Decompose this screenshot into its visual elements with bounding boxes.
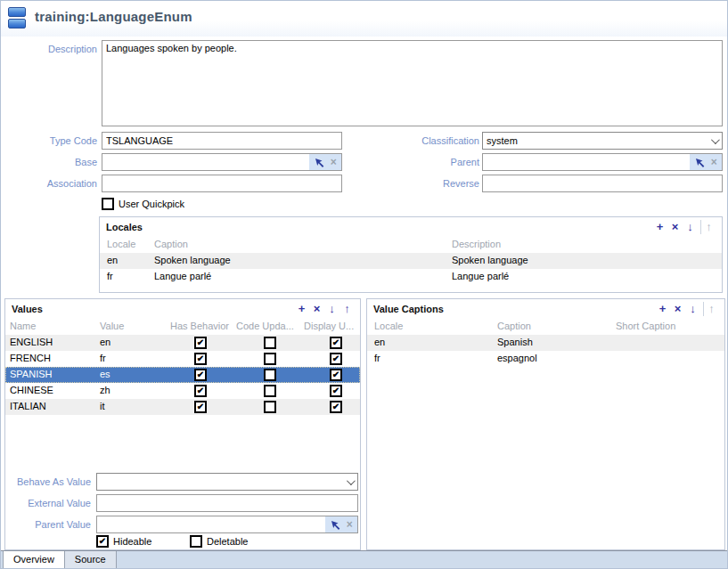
display-update-checkbox[interactable]: ✔ [330,369,342,381]
move-down-icon[interactable]: ↓ [683,220,698,234]
name-cell: SPANISH [10,369,52,379]
name-cell: FRENCH [10,353,51,363]
pick-arrow-icon[interactable] [330,519,341,531]
code-update-checkbox[interactable] [264,337,276,349]
tab-source[interactable]: Source [65,551,117,569]
name-cell: CHINESE [10,385,53,395]
table-row[interactable]: ENGLISHen✔✔ [5,335,360,351]
parent-label: Parent [383,153,479,171]
value-cell: it [100,401,105,411]
external-value-label: External Value [1,494,91,512]
value-captions-toolbar: + × ↓ ↑ [655,302,719,316]
behave-as-value-select[interactable] [96,473,358,491]
display-update-checkbox[interactable]: ✔ [330,353,342,365]
value-captions-title: Value Captions [373,304,444,314]
table-row[interactable]: FRENCHfr✔✔ [5,351,360,367]
move-up-icon[interactable]: ↑ [700,220,716,234]
description-cell: Langue parlé [452,271,509,281]
behave-as-value-label: Behave As Value [1,473,91,491]
parent-value-field[interactable]: × [96,516,358,533]
page-title: training:LanguageEnum [35,9,192,24]
values-header: Name Value Has Behavior Code Upda... Dis… [5,319,360,335]
clear-icon[interactable]: × [711,157,717,167]
description-field[interactable]: Languages spoken by people. [102,40,723,126]
table-row[interactable]: enSpoken languageSpoken language [100,253,722,269]
remove-icon[interactable]: × [309,302,324,316]
column-header: Code Upda... [236,321,294,331]
value-captions-panel: Value Captions + × ↓ ↑ Locale Caption Sh… [366,298,725,550]
move-up-icon[interactable]: ↑ [703,302,719,316]
table-row[interactable]: CHINESEzh✔✔ [5,383,360,399]
column-header: Locale [107,239,135,249]
table-row[interactable]: SPANISHes✔✔ [5,367,360,383]
code-update-checkbox[interactable] [264,353,276,365]
code-update-checkbox[interactable] [264,369,276,381]
enum-editor-window: training:LanguageEnum Description Langua… [0,0,728,569]
classification-select[interactable]: system [482,132,723,150]
has-behavior-checkbox[interactable]: ✔ [194,385,207,397]
table-row[interactable]: frespagnol [367,351,724,367]
chevron-down-icon[interactable] [706,138,722,144]
code-update-checkbox[interactable] [264,401,276,413]
remove-icon[interactable]: × [670,302,685,316]
clear-icon[interactable]: × [331,157,337,167]
add-icon[interactable]: + [294,302,309,316]
parent-input[interactable] [483,154,690,170]
type-code-label: Type Code [1,132,97,150]
hideable-label: Hideable [113,535,151,548]
column-header: Description [452,239,501,249]
base-input[interactable] [102,154,309,170]
parent-value-input[interactable] [97,516,325,532]
add-icon[interactable]: + [652,220,667,234]
user-quickpick-label: User Quickpick [119,198,184,210]
locales-toolbar: + × ↓ ↑ [652,220,716,234]
name-cell: ENGLISH [10,337,53,347]
pick-arrow-icon[interactable] [694,157,706,168]
remove-icon[interactable]: × [667,220,683,234]
values-title: Values [12,304,43,314]
locales-table: enSpoken languageSpoken languagefrLangue… [100,253,722,285]
tab-overview[interactable]: Overview [3,551,65,569]
user-quickpick-checkbox[interactable] [102,198,114,210]
base-field[interactable]: × [102,153,342,171]
locales-panel: Locales + × ↓ ↑ Locale Caption Descripti… [99,216,723,293]
has-behavior-checkbox[interactable]: ✔ [194,353,207,365]
base-pick-buttons: × [309,154,341,170]
caption-cell: espagnol [497,353,537,363]
table-row[interactable]: ITALIANit✔✔ [5,399,360,415]
values-table: ENGLISHen✔✔FRENCHfr✔✔SPANISHes✔✔CHINESEz… [5,335,360,415]
display-update-checkbox[interactable]: ✔ [330,385,342,397]
move-down-icon[interactable]: ↓ [685,302,700,316]
association-field[interactable] [102,175,342,192]
has-behavior-checkbox[interactable]: ✔ [194,401,207,413]
clear-icon[interactable]: × [347,519,353,530]
parent-field[interactable]: × [482,153,723,171]
locales-title: Locales [106,222,143,232]
name-cell: ITALIAN [10,401,46,411]
external-value-field[interactable] [96,494,358,512]
add-icon[interactable]: + [655,302,670,316]
code-update-checkbox[interactable] [264,385,276,397]
has-behavior-checkbox[interactable]: ✔ [194,337,207,349]
display-update-checkbox[interactable]: ✔ [330,401,342,413]
base-label: Base [1,153,97,171]
type-code-field[interactable] [102,132,342,150]
locale-cell: en [107,255,118,265]
reverse-label: Reverse [383,175,479,192]
has-behavior-checkbox[interactable]: ✔ [194,369,207,381]
table-row[interactable]: enSpanish [367,335,724,351]
classification-value: system [483,135,706,146]
caption-cell: Spanish [497,337,533,347]
move-down-icon[interactable]: ↓ [324,302,339,316]
chevron-down-icon[interactable] [341,479,357,485]
table-row[interactable]: frLangue parléLangue parlé [100,269,722,285]
hideable-checkbox[interactable]: ✔ [96,535,109,548]
deletable-checkbox[interactable] [190,535,202,548]
move-up-icon[interactable]: ↑ [339,302,355,316]
display-update-checkbox[interactable]: ✔ [330,337,342,349]
reverse-field[interactable] [482,175,723,192]
value-cell: fr [100,353,106,363]
parent-pick-buttons: × [690,154,722,170]
enum-type-icon [8,7,28,30]
pick-arrow-icon[interactable] [314,157,325,168]
